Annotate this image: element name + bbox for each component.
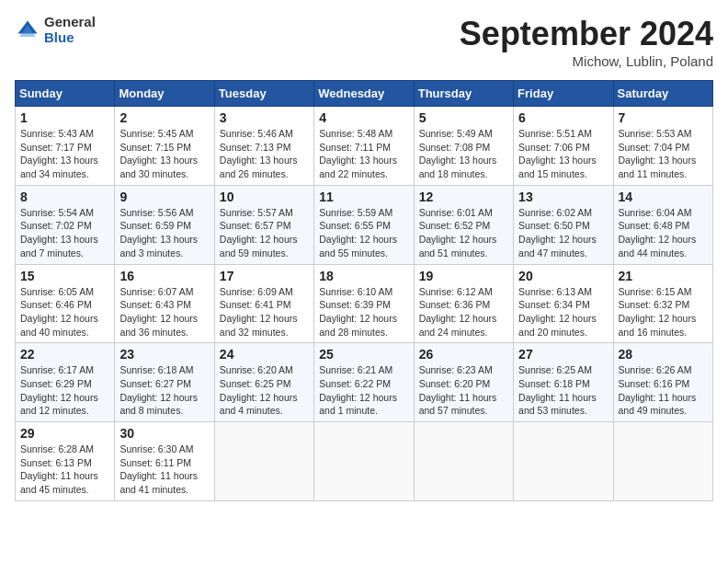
day-info: Sunrise: 5:43 AM Sunset: 7:17 PM Dayligh… — [20, 127, 109, 181]
week-row-1: 1Sunrise: 5:43 AM Sunset: 7:17 PM Daylig… — [16, 107, 713, 186]
day-info: Sunrise: 5:46 AM Sunset: 7:13 PM Dayligh… — [220, 127, 309, 181]
header-row: SundayMondayTuesdayWednesdayThursdayFrid… — [16, 81, 713, 107]
day-info: Sunrise: 6:28 AM Sunset: 6:13 PM Dayligh… — [20, 442, 109, 497]
day-cell: 16Sunrise: 6:07 AM Sunset: 6:43 PM Dayli… — [115, 264, 214, 343]
day-number: 23 — [119, 347, 209, 362]
month-title: September 2024 — [460, 15, 713, 53]
day-number: 9 — [119, 190, 209, 204]
day-cell: 11Sunrise: 5:59 AM Sunset: 6:55 PM Dayli… — [314, 185, 414, 264]
day-cell: 12Sunrise: 6:01 AM Sunset: 6:52 PM Dayli… — [414, 185, 513, 264]
day-number: 28 — [619, 347, 708, 362]
day-info: Sunrise: 6:02 AM Sunset: 6:50 PM Dayligh… — [518, 206, 608, 260]
logo-general-text: General — [44, 14, 96, 29]
calendar-body: 1Sunrise: 5:43 AM Sunset: 7:17 PM Daylig… — [16, 107, 713, 501]
day-cell — [613, 422, 712, 501]
calendar-header: SundayMondayTuesdayWednesdayThursdayFrid… — [16, 81, 713, 107]
day-number: 4 — [319, 110, 408, 125]
day-info: Sunrise: 5:57 AM Sunset: 6:57 PM Dayligh… — [220, 206, 309, 260]
day-cell: 20Sunrise: 6:13 AM Sunset: 6:34 PM Dayli… — [514, 264, 613, 343]
day-info: Sunrise: 5:53 AM Sunset: 7:04 PM Dayligh… — [619, 127, 708, 181]
header-cell-friday: Friday — [514, 81, 613, 107]
day-number: 16 — [119, 269, 209, 283]
day-cell: 13Sunrise: 6:02 AM Sunset: 6:50 PM Dayli… — [514, 185, 613, 264]
day-info: Sunrise: 6:30 AM Sunset: 6:11 PM Dayligh… — [119, 442, 209, 497]
day-info: Sunrise: 6:01 AM Sunset: 6:52 PM Dayligh… — [419, 206, 508, 260]
day-cell — [414, 422, 513, 501]
header-cell-sunday: Sunday — [16, 81, 115, 107]
week-row-4: 22Sunrise: 6:17 AM Sunset: 6:29 PM Dayli… — [16, 343, 713, 422]
day-info: Sunrise: 5:45 AM Sunset: 7:15 PM Dayligh… — [119, 127, 209, 181]
day-info: Sunrise: 6:23 AM Sunset: 6:20 PM Dayligh… — [419, 363, 508, 418]
day-cell: 2Sunrise: 5:45 AM Sunset: 7:15 PM Daylig… — [115, 107, 214, 186]
day-cell: 7Sunrise: 5:53 AM Sunset: 7:04 PM Daylig… — [613, 107, 712, 186]
day-cell: 27Sunrise: 6:25 AM Sunset: 6:18 PM Dayli… — [514, 343, 613, 422]
day-number: 12 — [419, 190, 508, 204]
day-number: 15 — [20, 269, 109, 283]
day-info: Sunrise: 6:17 AM Sunset: 6:29 PM Dayligh… — [20, 363, 109, 418]
day-number: 5 — [419, 110, 508, 125]
day-cell: 24Sunrise: 6:20 AM Sunset: 6:25 PM Dayli… — [214, 343, 313, 422]
day-number: 2 — [119, 110, 209, 125]
day-number: 6 — [518, 110, 608, 125]
day-number: 29 — [20, 426, 109, 441]
header-cell-thursday: Thursday — [414, 81, 513, 107]
day-cell: 3Sunrise: 5:46 AM Sunset: 7:13 PM Daylig… — [214, 107, 313, 186]
header-cell-tuesday: Tuesday — [214, 81, 313, 107]
day-info: Sunrise: 6:05 AM Sunset: 6:46 PM Dayligh… — [20, 285, 109, 339]
day-number: 22 — [20, 347, 109, 362]
day-cell: 28Sunrise: 6:26 AM Sunset: 6:16 PM Dayli… — [613, 343, 712, 422]
page-header: General Blue September 2024 Michow, Lubl… — [15, 15, 713, 69]
day-number: 20 — [518, 269, 608, 283]
day-cell: 6Sunrise: 5:51 AM Sunset: 7:06 PM Daylig… — [514, 107, 613, 186]
day-number: 14 — [619, 190, 708, 204]
day-info: Sunrise: 6:10 AM Sunset: 6:39 PM Dayligh… — [319, 285, 408, 339]
day-number: 25 — [319, 347, 408, 362]
day-number: 24 — [220, 347, 309, 362]
day-cell: 18Sunrise: 6:10 AM Sunset: 6:39 PM Dayli… — [314, 264, 414, 343]
day-cell: 1Sunrise: 5:43 AM Sunset: 7:17 PM Daylig… — [16, 107, 115, 186]
day-info: Sunrise: 6:09 AM Sunset: 6:41 PM Dayligh… — [220, 285, 309, 339]
day-info: Sunrise: 5:48 AM Sunset: 7:11 PM Dayligh… — [319, 127, 408, 181]
day-info: Sunrise: 6:07 AM Sunset: 6:43 PM Dayligh… — [119, 285, 209, 339]
day-info: Sunrise: 5:49 AM Sunset: 7:08 PM Dayligh… — [419, 127, 508, 181]
day-number: 10 — [220, 190, 309, 204]
week-row-5: 29Sunrise: 6:28 AM Sunset: 6:13 PM Dayli… — [16, 422, 713, 501]
day-number: 11 — [319, 190, 408, 204]
day-info: Sunrise: 5:54 AM Sunset: 7:02 PM Dayligh… — [20, 206, 109, 260]
day-cell: 8Sunrise: 5:54 AM Sunset: 7:02 PM Daylig… — [16, 185, 115, 264]
day-number: 30 — [119, 426, 209, 441]
header-cell-saturday: Saturday — [613, 81, 712, 107]
week-row-2: 8Sunrise: 5:54 AM Sunset: 7:02 PM Daylig… — [16, 185, 713, 264]
day-info: Sunrise: 6:15 AM Sunset: 6:32 PM Dayligh… — [619, 285, 708, 339]
logo-icon — [15, 17, 40, 43]
day-cell: 30Sunrise: 6:30 AM Sunset: 6:11 PM Dayli… — [115, 422, 214, 501]
day-info: Sunrise: 6:20 AM Sunset: 6:25 PM Dayligh… — [220, 363, 309, 418]
day-number: 3 — [220, 110, 309, 125]
day-cell: 10Sunrise: 5:57 AM Sunset: 6:57 PM Dayli… — [214, 185, 313, 264]
day-cell: 21Sunrise: 6:15 AM Sunset: 6:32 PM Dayli… — [613, 264, 712, 343]
day-info: Sunrise: 6:21 AM Sunset: 6:22 PM Dayligh… — [319, 363, 408, 418]
day-cell: 9Sunrise: 5:56 AM Sunset: 6:59 PM Daylig… — [115, 185, 214, 264]
week-row-3: 15Sunrise: 6:05 AM Sunset: 6:46 PM Dayli… — [16, 264, 713, 343]
day-cell: 26Sunrise: 6:23 AM Sunset: 6:20 PM Dayli… — [414, 343, 513, 422]
day-info: Sunrise: 5:59 AM Sunset: 6:55 PM Dayligh… — [319, 206, 408, 260]
day-cell: 5Sunrise: 5:49 AM Sunset: 7:08 PM Daylig… — [414, 107, 513, 186]
title-block: September 2024 Michow, Lublin, Poland — [460, 15, 713, 69]
day-info: Sunrise: 6:18 AM Sunset: 6:27 PM Dayligh… — [119, 363, 209, 418]
day-number: 18 — [319, 269, 408, 283]
day-info: Sunrise: 6:04 AM Sunset: 6:48 PM Dayligh… — [619, 206, 708, 260]
day-info: Sunrise: 6:26 AM Sunset: 6:16 PM Dayligh… — [619, 363, 708, 418]
day-number: 8 — [20, 190, 109, 204]
day-cell: 25Sunrise: 6:21 AM Sunset: 6:22 PM Dayli… — [314, 343, 414, 422]
day-cell: 14Sunrise: 6:04 AM Sunset: 6:48 PM Dayli… — [613, 185, 712, 264]
day-cell: 4Sunrise: 5:48 AM Sunset: 7:11 PM Daylig… — [314, 107, 414, 186]
day-info: Sunrise: 5:51 AM Sunset: 7:06 PM Dayligh… — [518, 127, 608, 181]
day-number: 19 — [419, 269, 508, 283]
day-number: 21 — [619, 269, 708, 283]
logo: General Blue — [15, 15, 96, 45]
day-number: 1 — [20, 110, 109, 125]
day-cell: 29Sunrise: 6:28 AM Sunset: 6:13 PM Dayli… — [16, 422, 115, 501]
day-cell — [314, 422, 414, 501]
header-cell-wednesday: Wednesday — [314, 81, 414, 107]
day-cell — [214, 422, 313, 501]
